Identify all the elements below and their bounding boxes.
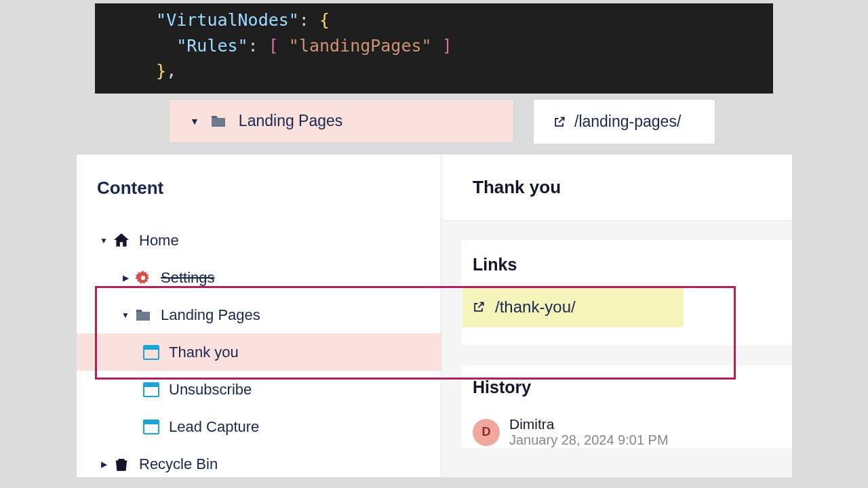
tree-label-settings: Settings bbox=[161, 269, 215, 287]
external-link-icon bbox=[472, 300, 486, 314]
details-header: Thank you bbox=[441, 155, 792, 221]
tree-item-thank-you[interactable]: Thank you bbox=[77, 333, 441, 371]
json-key-virtualnodes: VirtualNodes bbox=[166, 10, 289, 30]
main-panel: Content ▼ Home ▶ Settings ▼ bbox=[77, 155, 792, 477]
content-tree: ▼ Home ▶ Settings ▼ Landing Pages bbox=[97, 222, 441, 477]
details-panel: Thank you Links /thank-you/ History D Di… bbox=[441, 155, 792, 477]
folder-chip-landing-pages[interactable]: ▼ Landing Pages bbox=[170, 100, 513, 142]
history-heading: History bbox=[473, 378, 792, 397]
tree-label-home: Home bbox=[139, 232, 179, 249]
trash-icon bbox=[111, 457, 132, 472]
link-chip-label: /landing-pages/ bbox=[574, 113, 681, 131]
history-entry[interactable]: D Dimitra January 28, 2024 9:01 PM bbox=[473, 416, 792, 448]
chevron-down-icon: ▼ bbox=[97, 236, 111, 245]
link-chip[interactable]: /landing-pages/ bbox=[534, 100, 715, 144]
home-icon bbox=[111, 232, 132, 249]
json-value-landingpages: landingPages bbox=[299, 36, 422, 56]
tree-item-recycle-bin[interactable]: ▶ Recycle Bin bbox=[97, 445, 441, 477]
links-card: Links /thank-you/ bbox=[462, 240, 792, 345]
tree-item-home[interactable]: ▼ Home bbox=[97, 222, 441, 259]
svg-rect-7 bbox=[144, 420, 159, 424]
page-icon bbox=[140, 420, 162, 434]
link-url: /thank-you/ bbox=[495, 298, 576, 317]
history-author: Dimitra bbox=[509, 416, 669, 432]
history-card: History D Dimitra January 28, 2024 9:01 … bbox=[462, 365, 792, 448]
chevron-right-icon: ▶ bbox=[119, 273, 132, 283]
json-key-rules: Rules bbox=[186, 36, 237, 56]
folder-icon bbox=[210, 115, 226, 128]
gear-icon bbox=[132, 270, 154, 286]
code-block: "VirtualNodes": { "Rules": [ "landingPag… bbox=[95, 3, 773, 94]
chevron-down-icon: ▼ bbox=[190, 116, 199, 127]
top-row: ▼ Landing Pages /landing-pages/ bbox=[170, 100, 715, 145]
external-link-icon bbox=[553, 115, 566, 129]
tree-item-lead-capture[interactable]: Lead Capture bbox=[77, 408, 441, 445]
details-title: Thank you bbox=[473, 177, 561, 198]
history-meta: Dimitra January 28, 2024 9:01 PM bbox=[509, 416, 669, 448]
tree-label-lead-capture: Lead Capture bbox=[169, 418, 259, 436]
tree-item-landing-pages[interactable]: ▼ Landing Pages bbox=[97, 296, 441, 333]
tree-label-landing-pages: Landing Pages bbox=[161, 306, 260, 324]
page-icon bbox=[140, 345, 162, 360]
links-heading: Links bbox=[473, 255, 792, 274]
page-icon bbox=[140, 382, 162, 397]
svg-rect-3 bbox=[144, 346, 159, 350]
tree-label-unsubscribe: Unsubscribe bbox=[169, 381, 252, 399]
svg-rect-5 bbox=[144, 383, 159, 387]
history-date: January 28, 2024 9:01 PM bbox=[509, 432, 669, 448]
tree-item-unsubscribe[interactable]: Unsubscribe bbox=[77, 371, 441, 408]
tree-label-recycle-bin: Recycle Bin bbox=[139, 455, 218, 473]
tree-item-settings[interactable]: ▶ Settings bbox=[97, 259, 441, 296]
link-item[interactable]: /thank-you/ bbox=[462, 287, 684, 327]
folder-chip-label: Landing Pages bbox=[239, 112, 342, 130]
tree-label-thank-you: Thank you bbox=[169, 344, 239, 361]
avatar: D bbox=[473, 419, 500, 446]
folder-icon bbox=[132, 308, 154, 322]
svg-point-1 bbox=[141, 275, 145, 279]
sidebar-title: Content bbox=[97, 178, 441, 199]
sidebar: Content ▼ Home ▶ Settings ▼ bbox=[77, 155, 441, 477]
chevron-right-icon: ▶ bbox=[97, 460, 111, 469]
chevron-down-icon: ▼ bbox=[119, 310, 132, 320]
